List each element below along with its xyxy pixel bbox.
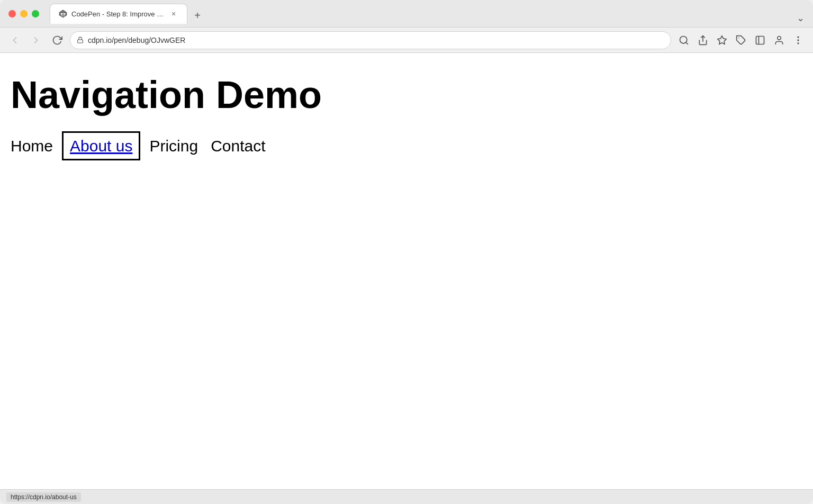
menu-button[interactable]	[790, 32, 807, 49]
nav-link-about-us[interactable]: About us	[66, 135, 137, 157]
page-content: Navigation Demo Home About us Pricing Co…	[0, 53, 813, 489]
reload-button[interactable]	[49, 32, 66, 49]
profile-button[interactable]	[771, 32, 788, 49]
tab-title: CodePen - Step 8: Improve foc	[71, 10, 165, 18]
new-tab-button[interactable]: +	[189, 8, 205, 24]
menu-icon	[793, 35, 803, 46]
tab-list-button[interactable]: ⌄	[797, 12, 805, 24]
nav-link-contact[interactable]: Contact	[211, 137, 265, 155]
svg-point-14	[778, 36, 781, 40]
minimize-window-button[interactable]	[20, 10, 28, 17]
sidebar-button[interactable]	[752, 32, 769, 49]
url-text: cdpn.io/pen/debug/OJvwGER	[88, 36, 185, 44]
maximize-window-button[interactable]	[32, 10, 39, 17]
active-tab[interactable]: CodePen - Step 8: Improve foc ×	[50, 4, 187, 24]
extensions-button[interactable]	[733, 32, 749, 49]
forward-button[interactable]	[28, 32, 44, 49]
browser-window: CodePen - Step 8: Improve foc × + ⌄	[0, 0, 813, 504]
nav-item-about-us: About us	[66, 137, 137, 155]
lock-icon	[77, 37, 84, 43]
status-bar: https://cdpn.io/about-us	[0, 489, 813, 504]
traffic-lights	[8, 10, 39, 17]
address-bar: cdpn.io/pen/debug/OJvwGER	[0, 28, 813, 53]
svg-point-15	[798, 37, 799, 38]
nav-item-contact: Contact	[211, 137, 265, 155]
svg-marker-10	[718, 35, 727, 44]
nav-item-pricing: Pricing	[149, 137, 198, 155]
forward-icon	[31, 35, 41, 46]
nav-link-home[interactable]: Home	[11, 137, 53, 155]
codepen-favicon-icon	[59, 10, 67, 18]
title-bar: CodePen - Step 8: Improve foc × + ⌄	[0, 0, 813, 28]
page-title: Navigation Demo	[11, 74, 802, 116]
tab-close-button[interactable]: ×	[169, 9, 178, 19]
search-button[interactable]	[675, 32, 692, 49]
nav-links-list: Home About us Pricing Contact	[11, 137, 802, 155]
bookmark-icon	[717, 35, 727, 46]
sidebar-icon	[755, 35, 765, 46]
tab-bar: CodePen - Step 8: Improve foc × + ⌄	[50, 4, 805, 24]
svg-point-16	[798, 40, 799, 41]
close-window-button[interactable]	[8, 10, 16, 17]
reload-icon	[52, 35, 62, 46]
svg-rect-6	[78, 40, 83, 43]
main-nav: Home About us Pricing Contact	[11, 137, 802, 155]
bookmark-button[interactable]	[713, 32, 730, 49]
svg-point-17	[798, 43, 799, 44]
profile-icon	[774, 35, 784, 46]
nav-link-pricing[interactable]: Pricing	[149, 137, 198, 155]
back-button[interactable]	[6, 32, 23, 49]
url-bar[interactable]: cdpn.io/pen/debug/OJvwGER	[70, 31, 671, 49]
status-url: https://cdpn.io/about-us	[6, 492, 81, 502]
search-icon	[679, 35, 689, 46]
nav-item-home: Home	[11, 137, 53, 155]
toolbar-icons	[675, 32, 807, 49]
back-icon	[10, 35, 20, 46]
extensions-icon	[736, 35, 746, 46]
svg-rect-12	[756, 36, 764, 44]
share-icon	[698, 35, 708, 46]
share-button[interactable]	[694, 32, 711, 49]
svg-line-8	[686, 42, 688, 44]
